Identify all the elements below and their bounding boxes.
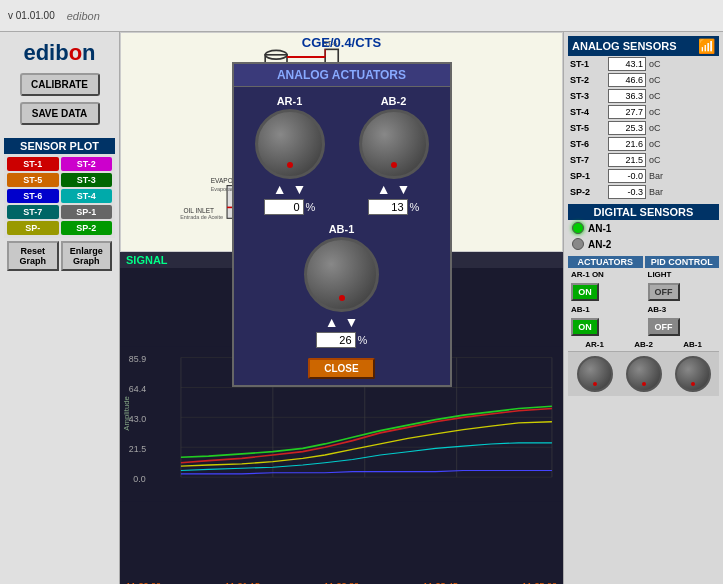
light-off-button[interactable]: OFF — [648, 283, 680, 301]
sensor-value-st7 — [608, 153, 646, 167]
ar1-arrows: ▲ ▼ — [273, 181, 307, 197]
ab1-label: AB-1 — [329, 223, 355, 235]
sensor-tag-st6[interactable]: ST-6 — [7, 189, 59, 203]
ab2-value-input[interactable] — [368, 199, 408, 215]
ab1-left-arrow[interactable]: ▲ — [325, 314, 339, 330]
sensor-name-st1: ST-1 — [570, 59, 605, 69]
sensor-row-st7: ST-7 oC — [568, 152, 719, 168]
sensor-value-st3 — [608, 89, 646, 103]
sensor-row-st5: ST-5 oC — [568, 120, 719, 136]
enlarge-graph-button[interactable]: Enlarge Graph — [61, 241, 113, 271]
analog-sensors-header: ANALOG SENSORS 📶 — [568, 36, 719, 56]
svg-text:43.0: 43.0 — [129, 414, 146, 424]
sensor-unit-st7: oC — [649, 155, 661, 165]
ar1-toggle-row: ON — [568, 281, 643, 303]
sensor-plot-section: SENSOR PLOT ST-1 ST-2 ST-5 ST-3 ST-6 ST-… — [4, 138, 115, 580]
sensor-row-st2: ST-2 oC — [568, 72, 719, 88]
center-area: CGE/0.4/CTS — [120, 32, 563, 584]
ar1-right-arrow[interactable]: ▼ — [293, 181, 307, 197]
svg-text:Amplitude: Amplitude — [122, 396, 131, 430]
diagram-title: CGE/0.4/CTS — [302, 35, 381, 50]
wifi-icon: 📶 — [698, 38, 715, 54]
an1-led — [572, 222, 584, 234]
ar1-value-box: % — [264, 199, 316, 215]
mini-knob-ab2[interactable] — [626, 356, 662, 392]
sensor-value-st4 — [608, 105, 646, 119]
bottom-knob-labels-header: AR-1 AB-2 AB-1 — [568, 338, 719, 351]
sensor-name-st4: ST-4 — [570, 107, 605, 117]
sensor-row-st1: ST-1 oC — [568, 56, 719, 72]
ar1-pct: % — [306, 201, 316, 213]
save-data-button[interactable]: SAVE DATA — [20, 102, 100, 125]
ab2-right-arrow[interactable]: ▼ — [397, 181, 411, 197]
sensor-unit-sp1: Bar — [649, 171, 663, 181]
ab2-pct: % — [410, 201, 420, 213]
time-labels: 11:20:00 11:21:15 11:22:30 11:23:45 11:2… — [120, 580, 563, 584]
close-button[interactable]: CLOSE — [308, 358, 374, 379]
left-panel: edibon CALIBRATE SAVE DATA SENSOR PLOT S… — [0, 32, 120, 584]
mini-knob-ar1-group — [577, 356, 613, 392]
sensor-row-sp1: SP-1 Bar — [568, 168, 719, 184]
sensor-row-st3: ST-3 oC — [568, 88, 719, 104]
sensor-tag-sp2[interactable]: SP-2 — [61, 221, 113, 235]
analog-actuators-panel: ANALOG ACTUATORS AR-1 ▲ ▼ % — [232, 62, 452, 387]
ab1-on-button[interactable]: ON — [571, 318, 599, 336]
sensor-value-sp1 — [608, 169, 646, 183]
ab1-value-box: % — [316, 332, 368, 348]
ar1-left-arrow[interactable]: ▲ — [273, 181, 287, 197]
sensor-tag-st1[interactable]: ST-1 — [7, 157, 59, 171]
actuators-pid-container: ACTUATORS AR-1 ON ON AB-1 ON PID CON — [568, 256, 719, 338]
ab3-row: AB-3 — [645, 303, 720, 316]
svg-text:0.0: 0.0 — [133, 474, 145, 484]
sensor-plot-title: SENSOR PLOT — [4, 138, 115, 154]
sensor-tag-st4[interactable]: ST-4 — [61, 189, 113, 203]
sensor-tag-st2[interactable]: ST-2 — [61, 157, 113, 171]
ab3-label: AB-3 — [648, 305, 667, 314]
ab2-arrows: ▲ ▼ — [377, 181, 411, 197]
sensor-name-sp1: SP-1 — [570, 171, 605, 181]
sensor-tag-st7[interactable]: ST-7 — [7, 205, 59, 219]
sensor-value-st2 — [608, 73, 646, 87]
sensor-tag-st5[interactable]: ST-5 — [7, 173, 59, 187]
mini-knob-ab1[interactable] — [675, 356, 711, 392]
ab1-value-input[interactable] — [316, 332, 356, 348]
sensor-unit-st1: oC — [649, 59, 661, 69]
sensor-name-st2: ST-2 — [570, 75, 605, 85]
an2-label: AN-2 — [588, 239, 611, 250]
ab3-off-button[interactable]: OFF — [648, 318, 680, 336]
ab2-label: AB-2 — [381, 95, 407, 107]
ab1-group: AB-1 ▲ ▼ % — [304, 223, 379, 348]
right-panel: ANALOG SENSORS 📶 ST-1 oC ST-2 oC ST-3 o — [563, 32, 723, 584]
ar1-value-input[interactable] — [264, 199, 304, 215]
sensor-tag-sp1[interactable]: SP-1 — [61, 205, 113, 219]
ar1-on-button[interactable]: ON — [571, 283, 599, 301]
ar1-knob[interactable] — [255, 109, 325, 179]
sensor-tag-st3[interactable]: ST-3 — [61, 173, 113, 187]
sensor-row-st4: ST-4 oC — [568, 104, 719, 120]
pid-section: PID CONTROL LIGHT OFF AB-3 OFF — [645, 256, 720, 338]
top-bar: v 01.01.00 edibon — [0, 0, 723, 32]
sensor-unit-st3: oC — [649, 91, 661, 101]
calibrate-button[interactable]: CALIBRATE — [20, 73, 100, 96]
mini-knob-ar1[interactable] — [577, 356, 613, 392]
an2-led — [572, 238, 584, 250]
ab3-toggle-row: OFF — [645, 316, 720, 338]
ab1-right-arrow[interactable]: ▼ — [345, 314, 359, 330]
an1-label: AN-1 — [588, 223, 611, 234]
mini-knob-ab2-group — [626, 356, 662, 392]
ab1-knob[interactable] — [304, 237, 379, 312]
ab2-left-arrow[interactable]: ▲ — [377, 181, 391, 197]
ab1-bottom-label: AB-1 — [683, 340, 702, 349]
reset-graph-button[interactable]: Reset Graph — [7, 241, 59, 271]
ab1-act-row: AB-1 — [568, 303, 643, 316]
edibon-logo-left: edibon — [23, 40, 95, 66]
ab2-knob[interactable] — [359, 109, 429, 179]
sensor-tag-sp-[interactable]: SP- — [7, 221, 59, 235]
ab2-value-box: % — [368, 199, 420, 215]
svg-text:85.9: 85.9 — [129, 354, 146, 364]
digital-sensors-section: DIGITAL SENSORS AN-1 AN-2 — [568, 204, 719, 252]
digital-sensor-an2: AN-2 — [568, 236, 719, 252]
actuator-top-row: AR-1 ▲ ▼ % AB-2 ▲ — [234, 87, 450, 219]
ar1-on-label: AR-1 ON — [571, 270, 604, 279]
mini-knob-ab1-group — [675, 356, 711, 392]
